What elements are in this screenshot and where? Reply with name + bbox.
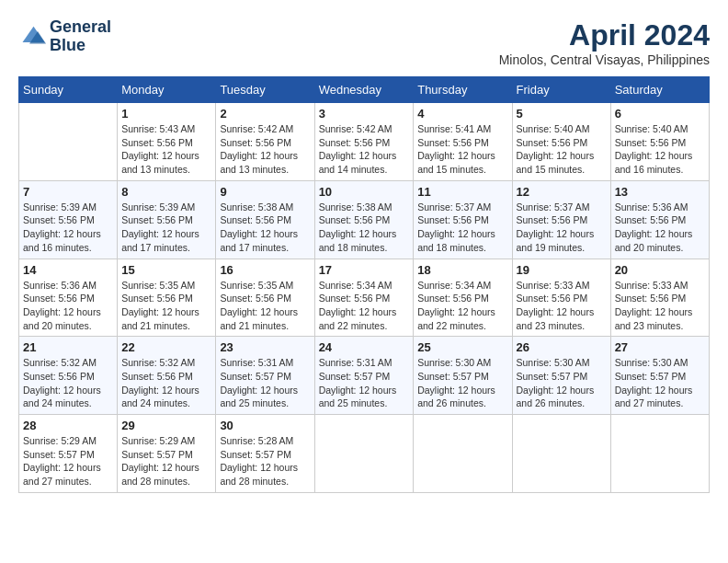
day-number: 23 [220, 340, 310, 354]
calendar-cell: 18Sunrise: 5:34 AMSunset: 5:56 PMDayligh… [414, 259, 512, 337]
day-number: 6 [615, 107, 705, 121]
day-info: Sunrise: 5:35 AMSunset: 5:56 PMDaylight:… [220, 279, 310, 333]
day-info: Sunrise: 5:36 AMSunset: 5:56 PMDaylight:… [23, 279, 113, 333]
day-info: Sunrise: 5:30 AMSunset: 5:57 PMDaylight:… [417, 356, 507, 410]
calendar-cell: 26Sunrise: 5:30 AMSunset: 5:57 PMDayligh… [512, 337, 610, 415]
calendar-cell: 27Sunrise: 5:30 AMSunset: 5:57 PMDayligh… [610, 337, 709, 415]
col-header-thursday: Thursday [414, 77, 512, 103]
calendar-cell [610, 415, 709, 493]
calendar-cell: 20Sunrise: 5:33 AMSunset: 5:56 PMDayligh… [610, 259, 709, 337]
day-info: Sunrise: 5:29 AMSunset: 5:57 PMDaylight:… [121, 434, 211, 488]
day-number: 14 [23, 263, 113, 277]
day-number: 8 [121, 185, 211, 199]
calendar-cell: 30Sunrise: 5:28 AMSunset: 5:57 PMDayligh… [216, 415, 314, 493]
calendar-cell: 22Sunrise: 5:32 AMSunset: 5:56 PMDayligh… [118, 337, 216, 415]
day-number: 26 [517, 340, 607, 354]
month-year-title: April 2024 [499, 18, 710, 52]
title-area: April 2024 Minolos, Central Visayas, Phi… [499, 18, 710, 67]
calendar-cell: 2Sunrise: 5:42 AMSunset: 5:56 PMDaylight… [216, 103, 314, 181]
calendar-cell: 25Sunrise: 5:30 AMSunset: 5:57 PMDayligh… [414, 337, 512, 415]
calendar-cell: 16Sunrise: 5:35 AMSunset: 5:56 PMDayligh… [216, 259, 314, 337]
day-info: Sunrise: 5:39 AMSunset: 5:56 PMDaylight:… [23, 201, 113, 255]
day-number: 29 [121, 419, 211, 432]
logo: General Blue [18, 18, 111, 55]
day-number: 13 [615, 185, 705, 199]
col-header-wednesday: Wednesday [314, 77, 414, 103]
day-info: Sunrise: 5:42 AMSunset: 5:56 PMDaylight:… [220, 122, 310, 177]
day-number: 18 [417, 263, 507, 277]
day-number: 19 [517, 263, 607, 277]
calendar-cell: 10Sunrise: 5:38 AMSunset: 5:56 PMDayligh… [314, 180, 414, 259]
location-subtitle: Minolos, Central Visayas, Philippines [499, 52, 710, 67]
day-number: 10 [319, 185, 410, 199]
day-info: Sunrise: 5:38 AMSunset: 5:56 PMDaylight:… [319, 201, 410, 255]
calendar-cell: 23Sunrise: 5:31 AMSunset: 5:57 PMDayligh… [216, 337, 314, 415]
day-number: 4 [417, 107, 507, 121]
day-number: 30 [220, 419, 310, 432]
day-number: 17 [319, 263, 410, 277]
calendar-cell [314, 415, 414, 493]
calendar-cell: 24Sunrise: 5:31 AMSunset: 5:57 PMDayligh… [314, 337, 414, 415]
calendar-cell: 17Sunrise: 5:34 AMSunset: 5:56 PMDayligh… [314, 259, 414, 337]
day-info: Sunrise: 5:38 AMSunset: 5:56 PMDaylight:… [220, 201, 310, 255]
calendar-cell: 9Sunrise: 5:38 AMSunset: 5:56 PMDaylight… [216, 180, 314, 259]
calendar-cell: 3Sunrise: 5:42 AMSunset: 5:56 PMDaylight… [314, 103, 414, 181]
calendar-cell: 19Sunrise: 5:33 AMSunset: 5:56 PMDayligh… [512, 259, 610, 337]
day-number: 12 [517, 185, 607, 199]
day-number: 9 [220, 185, 310, 199]
calendar-cell: 6Sunrise: 5:40 AMSunset: 5:56 PMDaylight… [610, 103, 709, 181]
day-number: 15 [121, 263, 211, 277]
calendar-cell: 4Sunrise: 5:41 AMSunset: 5:56 PMDaylight… [414, 103, 512, 181]
col-header-sunday: Sunday [19, 77, 118, 103]
calendar-cell: 21Sunrise: 5:32 AMSunset: 5:56 PMDayligh… [19, 337, 118, 415]
day-number: 16 [220, 263, 310, 277]
day-info: Sunrise: 5:37 AMSunset: 5:56 PMDaylight:… [517, 201, 607, 255]
calendar-cell: 7Sunrise: 5:39 AMSunset: 5:56 PMDaylight… [19, 180, 118, 259]
calendar-cell: 28Sunrise: 5:29 AMSunset: 5:57 PMDayligh… [19, 415, 118, 493]
day-info: Sunrise: 5:42 AMSunset: 5:56 PMDaylight:… [319, 122, 410, 177]
day-info: Sunrise: 5:30 AMSunset: 5:57 PMDaylight:… [517, 356, 607, 410]
calendar-week-row: 14Sunrise: 5:36 AMSunset: 5:56 PMDayligh… [19, 259, 710, 337]
day-number: 22 [121, 340, 211, 354]
calendar-week-row: 21Sunrise: 5:32 AMSunset: 5:56 PMDayligh… [19, 337, 710, 415]
calendar-week-row: 1Sunrise: 5:43 AMSunset: 5:56 PMDaylight… [19, 103, 710, 181]
calendar-cell [19, 103, 118, 181]
day-info: Sunrise: 5:34 AMSunset: 5:56 PMDaylight:… [417, 279, 507, 333]
logo-icon [18, 23, 46, 51]
calendar-cell: 5Sunrise: 5:40 AMSunset: 5:56 PMDaylight… [512, 103, 610, 181]
day-info: Sunrise: 5:41 AMSunset: 5:56 PMDaylight:… [417, 122, 507, 177]
day-number: 2 [220, 107, 310, 121]
day-info: Sunrise: 5:39 AMSunset: 5:56 PMDaylight:… [121, 201, 211, 255]
calendar-cell: 14Sunrise: 5:36 AMSunset: 5:56 PMDayligh… [19, 259, 118, 337]
day-number: 11 [417, 185, 507, 199]
day-info: Sunrise: 5:36 AMSunset: 5:56 PMDaylight:… [615, 201, 705, 255]
calendar-cell [414, 415, 512, 493]
logo-text: General Blue [50, 18, 111, 55]
col-header-friday: Friday [512, 77, 610, 103]
calendar-header-row: SundayMondayTuesdayWednesdayThursdayFrid… [19, 77, 710, 103]
day-number: 25 [417, 340, 507, 354]
calendar-cell [512, 415, 610, 493]
day-info: Sunrise: 5:32 AMSunset: 5:56 PMDaylight:… [121, 356, 211, 410]
day-info: Sunrise: 5:37 AMSunset: 5:56 PMDaylight:… [417, 201, 507, 255]
day-number: 20 [615, 263, 705, 277]
day-info: Sunrise: 5:34 AMSunset: 5:56 PMDaylight:… [319, 279, 410, 333]
page-header: General Blue April 2024 Minolos, Central… [18, 18, 710, 67]
day-info: Sunrise: 5:35 AMSunset: 5:56 PMDaylight:… [121, 279, 211, 333]
day-info: Sunrise: 5:33 AMSunset: 5:56 PMDaylight:… [615, 279, 705, 333]
calendar-week-row: 28Sunrise: 5:29 AMSunset: 5:57 PMDayligh… [19, 415, 710, 493]
day-number: 21 [23, 340, 113, 354]
calendar-cell: 8Sunrise: 5:39 AMSunset: 5:56 PMDaylight… [118, 180, 216, 259]
day-number: 1 [121, 107, 211, 121]
calendar-cell: 12Sunrise: 5:37 AMSunset: 5:56 PMDayligh… [512, 180, 610, 259]
day-info: Sunrise: 5:33 AMSunset: 5:56 PMDaylight:… [517, 279, 607, 333]
day-number: 5 [517, 107, 607, 121]
col-header-saturday: Saturday [610, 77, 709, 103]
calendar-cell: 29Sunrise: 5:29 AMSunset: 5:57 PMDayligh… [118, 415, 216, 493]
col-header-monday: Monday [118, 77, 216, 103]
day-info: Sunrise: 5:30 AMSunset: 5:57 PMDaylight:… [615, 356, 705, 410]
day-number: 24 [319, 340, 410, 354]
calendar-cell: 13Sunrise: 5:36 AMSunset: 5:56 PMDayligh… [610, 180, 709, 259]
calendar-table: SundayMondayTuesdayWednesdayThursdayFrid… [18, 76, 710, 493]
day-info: Sunrise: 5:31 AMSunset: 5:57 PMDaylight:… [220, 356, 310, 410]
